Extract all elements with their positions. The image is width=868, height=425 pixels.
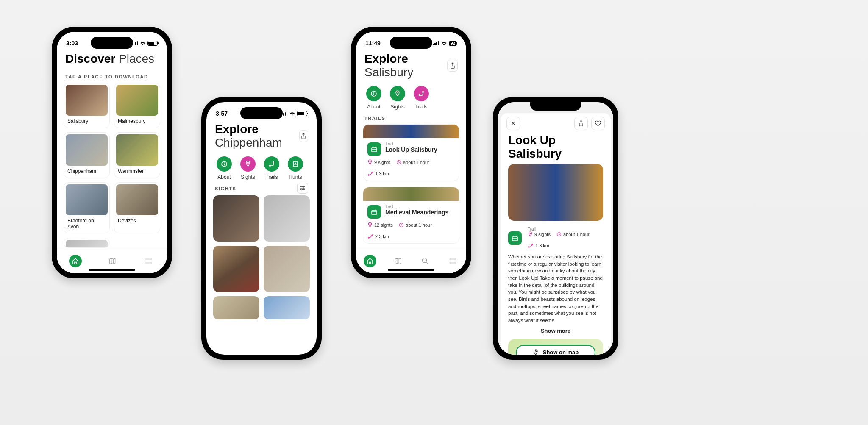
category-chips: About Sights Trails xyxy=(212,154,311,182)
place-card-malmesbury[interactable]: Malmesbury xyxy=(114,83,160,128)
place-card-partial[interactable] xyxy=(64,238,110,248)
chip-about[interactable]: About xyxy=(366,86,381,110)
favorite-button[interactable] xyxy=(591,117,605,130)
svg-point-42 xyxy=(530,233,531,234)
tab-menu[interactable] xyxy=(143,255,155,267)
place-card-bradford[interactable]: Bradford on Avon xyxy=(64,182,110,233)
svg-point-21 xyxy=(419,95,420,96)
svg-point-44 xyxy=(529,247,529,247)
place-grid: Salisbury Malmesbury Chippenham Warminst… xyxy=(63,83,161,248)
svg-point-8 xyxy=(273,162,274,163)
share-button[interactable] xyxy=(574,117,588,130)
sight-image[interactable] xyxy=(213,296,259,319)
svg-point-24 xyxy=(370,161,370,162)
dynamic-island xyxy=(390,37,432,49)
meta-distance: 1.3 km xyxy=(367,171,389,176)
place-name: Warminster xyxy=(116,166,158,174)
svg-point-29 xyxy=(370,224,370,225)
sight-image[interactable] xyxy=(213,195,259,242)
cellular-icon xyxy=(433,41,439,45)
battery-icon xyxy=(147,41,158,46)
home-indicator xyxy=(89,269,135,271)
place-card-salisbury[interactable]: Salisbury xyxy=(64,83,110,128)
sight-image[interactable] xyxy=(264,195,310,242)
notch xyxy=(530,102,581,111)
trail-icon xyxy=(367,142,381,156)
dynamic-island xyxy=(240,107,283,119)
svg-point-46 xyxy=(535,350,536,352)
trail-hero-image xyxy=(508,164,603,221)
home-indicator xyxy=(388,269,434,271)
trail-title: Medieval Meanderings xyxy=(385,209,448,216)
chip-hunts[interactable]: Hunts xyxy=(288,156,303,180)
svg-point-5 xyxy=(224,163,225,163)
info-icon xyxy=(217,156,232,172)
tab-home[interactable] xyxy=(364,255,376,267)
place-card-chippenham[interactable]: Chippenham xyxy=(64,132,110,178)
svg-point-14 xyxy=(303,188,304,189)
meta-distance: 2.3 km xyxy=(367,234,389,239)
place-card-devizes[interactable]: Devizes xyxy=(114,182,160,233)
route-icon xyxy=(414,86,429,101)
share-button[interactable] xyxy=(447,60,458,72)
page-title: Discover Places xyxy=(63,50,161,70)
share-button[interactable] xyxy=(299,130,308,142)
svg-rect-28 xyxy=(372,211,377,214)
svg-point-32 xyxy=(372,235,373,236)
svg-point-20 xyxy=(397,92,398,93)
trail-type-label: Trail xyxy=(385,142,437,146)
meta-distance: 1.3 km xyxy=(528,243,549,248)
place-name: Bradford on Avon xyxy=(66,215,108,230)
place-name: Malmesbury xyxy=(116,116,158,124)
place-image xyxy=(66,85,108,116)
svg-line-35 xyxy=(426,262,428,264)
show-on-map-button[interactable]: Show on map xyxy=(516,345,595,355)
place-name: Salisbury xyxy=(66,116,108,124)
place-image xyxy=(116,184,158,215)
battery-badge: 92 xyxy=(449,41,457,46)
map-preview: Show on map xyxy=(508,339,603,355)
trail-type-label: Trail xyxy=(385,204,448,209)
svg-point-31 xyxy=(368,237,369,238)
tab-map[interactable] xyxy=(392,255,404,267)
place-card-warminster[interactable]: Warminster xyxy=(114,132,160,178)
battery-icon xyxy=(297,111,307,116)
tab-map[interactable] xyxy=(106,255,118,267)
trail-description: Whether you are exploring Salisbury for … xyxy=(501,251,611,327)
filter-button[interactable] xyxy=(297,183,308,194)
svg-point-22 xyxy=(423,92,424,93)
trail-title: Look Up Salisbury xyxy=(385,146,437,153)
wifi-icon xyxy=(139,40,146,47)
trail-card-lookup[interactable]: Trail Look Up Salisbury 9 sights about 1… xyxy=(363,124,459,181)
section-label: TRAILS xyxy=(362,111,460,124)
trail-card-medieval[interactable]: Trail Medieval Meanderings 12 sights abo… xyxy=(363,187,459,244)
page-title: Explore Salisbury xyxy=(364,52,447,79)
chip-sights[interactable]: Sights xyxy=(390,86,405,110)
page-title: Explore Chippenham xyxy=(215,122,299,150)
tab-home[interactable] xyxy=(69,255,82,267)
place-image xyxy=(66,184,108,215)
chip-sights[interactable]: Sights xyxy=(240,156,256,180)
tab-search[interactable] xyxy=(419,255,431,267)
status-time: 11:49 xyxy=(365,40,381,47)
svg-rect-23 xyxy=(372,148,377,152)
place-image xyxy=(116,134,158,165)
place-name: Chippenham xyxy=(66,166,108,174)
chip-trails[interactable]: Trails xyxy=(264,156,279,180)
section-label: TAP A PLACE TO DOWNLOAD xyxy=(63,70,161,83)
trail-icon xyxy=(367,205,381,219)
trail-icon xyxy=(508,231,522,245)
svg-point-12 xyxy=(301,186,302,187)
svg-point-27 xyxy=(372,172,373,173)
sight-image[interactable] xyxy=(264,296,310,319)
close-button[interactable] xyxy=(506,117,520,130)
svg-point-45 xyxy=(532,244,533,245)
chip-about[interactable]: About xyxy=(217,156,232,180)
chip-trails[interactable]: Trails xyxy=(414,86,429,110)
tab-menu[interactable] xyxy=(447,255,459,267)
show-more-button[interactable]: Show more xyxy=(501,327,611,335)
sight-grid xyxy=(212,194,311,320)
sight-image[interactable] xyxy=(213,246,259,292)
place-image xyxy=(116,85,158,116)
sight-image[interactable] xyxy=(264,246,310,292)
